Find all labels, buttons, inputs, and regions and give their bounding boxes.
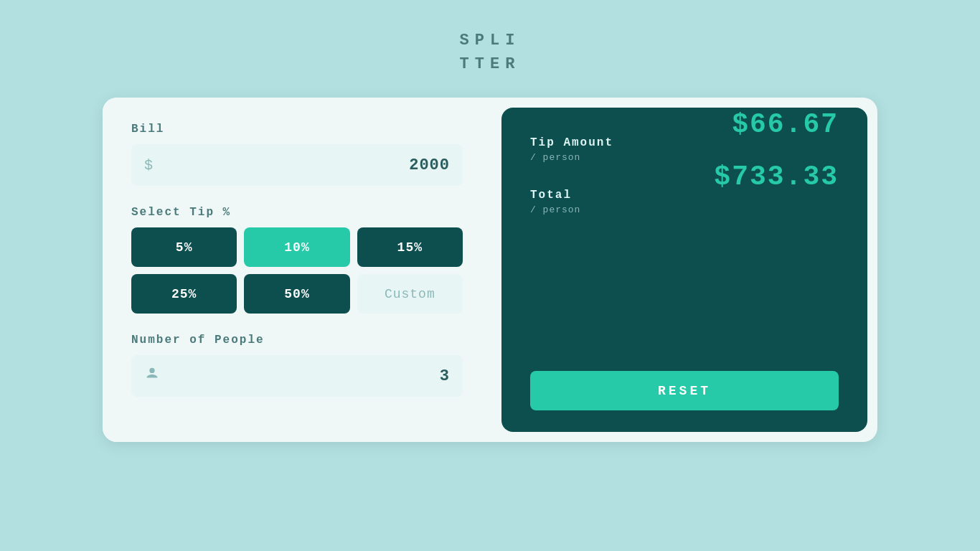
bill-input[interactable]: [161, 156, 450, 174]
main-card: Bill $ Select Tip % 5% 10% 15% 25% 50% C…: [103, 98, 877, 442]
tip-label: Select Tip %: [131, 206, 463, 219]
tip-btn-10[interactable]: 10%: [244, 227, 349, 267]
person-icon: [144, 366, 160, 386]
results-section: Tip Amount / person $66.67 Total / perso…: [530, 136, 839, 371]
right-panel: Tip Amount / person $66.67 Total / perso…: [501, 108, 867, 432]
left-panel: Bill $ Select Tip % 5% 10% 15% 25% 50% C…: [103, 98, 491, 442]
tip-btn-50[interactable]: 50%: [244, 274, 349, 314]
tip-btn-custom[interactable]: Custom: [357, 274, 463, 314]
tip-btn-15[interactable]: 15%: [357, 227, 463, 267]
people-input[interactable]: [160, 367, 450, 385]
total-per-person: / person: [530, 204, 580, 215]
app-title: SPLI TTER: [460, 29, 521, 76]
people-label: Number of People: [131, 334, 463, 347]
total-value: $733.33: [714, 161, 839, 192]
bill-input-wrapper: $: [131, 144, 463, 186]
tip-btn-25[interactable]: 25%: [131, 274, 237, 314]
tip-btn-5[interactable]: 5%: [131, 227, 237, 267]
tip-amount-label: Tip Amount: [530, 136, 613, 149]
reset-button[interactable]: RESET: [530, 371, 839, 410]
people-input-wrapper: [131, 355, 463, 397]
total-label: Total: [530, 189, 580, 202]
tip-buttons-grid: 5% 10% 15% 25% 50% Custom: [131, 227, 463, 314]
dollar-icon: $: [144, 157, 153, 174]
tip-amount-value: $66.67: [732, 109, 839, 140]
svg-point-0: [149, 368, 154, 373]
tip-amount-row: Tip Amount / person $66.67: [530, 136, 839, 163]
bill-label: Bill: [131, 123, 463, 136]
total-row: Total / person $733.33: [530, 189, 839, 215]
tip-per-person: / person: [530, 152, 613, 163]
